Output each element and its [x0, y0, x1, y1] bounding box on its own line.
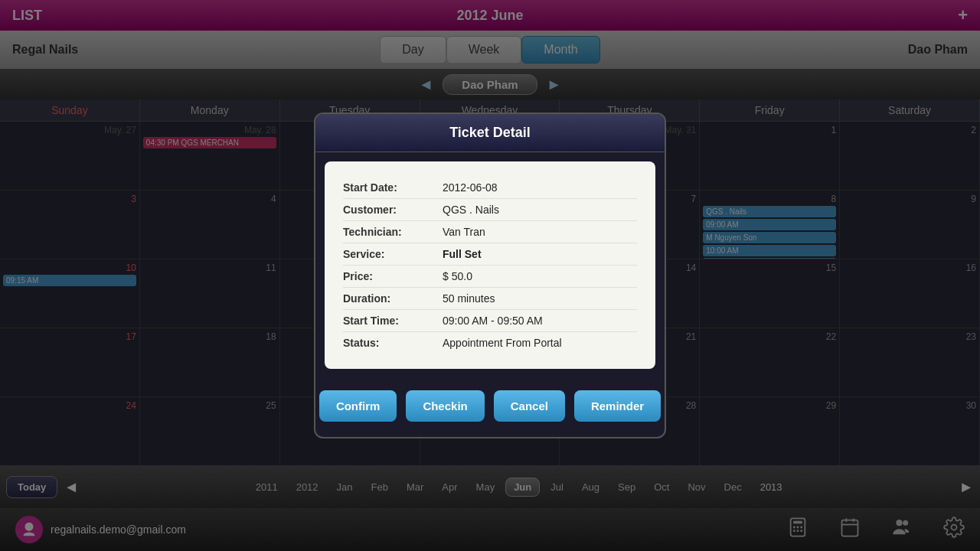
- modal-body: Start Date: 2012-06-08 Customer: QGS . N…: [325, 161, 655, 369]
- value-customer: QGS . Nails: [443, 204, 637, 216]
- detail-row-customer: Customer: QGS . Nails: [343, 199, 637, 221]
- label-service: Service:: [343, 248, 443, 260]
- detail-row-duration: Duration: 50 minutes: [343, 288, 637, 310]
- detail-row-start-time: Start Time: 09:00 AM - 09:50 AM: [343, 310, 637, 332]
- cancel-button[interactable]: Cancel: [494, 390, 565, 422]
- value-service: Full Set: [443, 248, 637, 260]
- modal-buttons: Confirm Checkin Cancel Reminder: [315, 378, 665, 437]
- modal-title: Ticket Detail: [315, 114, 665, 152]
- label-duration: Duration:: [343, 292, 443, 305]
- detail-row-price: Price: $ 50.0: [343, 266, 637, 288]
- modal-overlay: Ticket Detail Start Date: 2012-06-08 Cus…: [0, 0, 980, 551]
- value-duration: 50 minutes: [443, 292, 637, 305]
- detail-row-status: Status: Appointment From Portal: [343, 332, 637, 354]
- value-technician: Van Tran: [443, 226, 637, 238]
- confirm-button[interactable]: Confirm: [319, 390, 397, 422]
- detail-row-service: Service: Full Set: [343, 243, 637, 266]
- value-start-time: 09:00 AM - 09:50 AM: [443, 315, 637, 327]
- ticket-detail-modal: Ticket Detail Start Date: 2012-06-08 Cus…: [314, 112, 666, 439]
- detail-row-start-date: Start Date: 2012-06-08: [343, 177, 637, 199]
- label-status: Status:: [343, 337, 443, 349]
- reminder-button[interactable]: Reminder: [574, 390, 661, 422]
- checkin-button[interactable]: Checkin: [406, 390, 484, 422]
- label-start-time: Start Time:: [343, 315, 443, 327]
- detail-row-technician: Technician: Van Tran: [343, 221, 637, 243]
- value-start-date: 2012-06-08: [443, 181, 637, 194]
- value-status: Appointment From Portal: [443, 337, 637, 349]
- label-price: Price:: [343, 270, 443, 282]
- label-start-date: Start Date:: [343, 181, 443, 194]
- label-technician: Technician:: [343, 226, 443, 238]
- value-price: $ 50.0: [443, 270, 637, 282]
- label-customer: Customer:: [343, 204, 443, 216]
